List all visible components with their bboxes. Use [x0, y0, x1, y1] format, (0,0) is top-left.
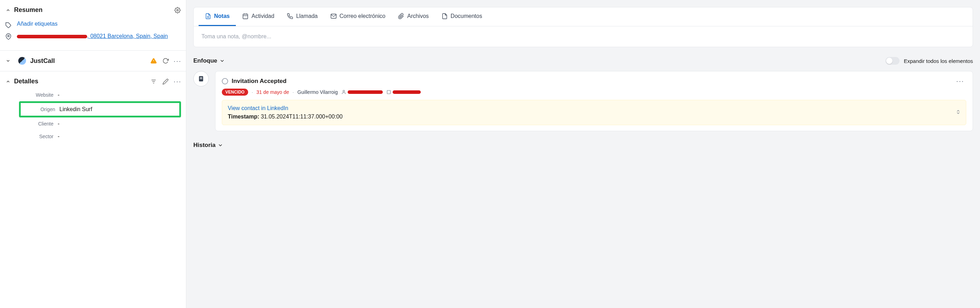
- svg-point-2: [8, 35, 10, 37]
- right-panel: Notas Actividad Llamada Correo electróni…: [186, 0, 980, 308]
- justcall-title: JustCall: [30, 57, 146, 65]
- task-meta: VENCIDO · 31 de mayo de · Guillermo Vila…: [222, 89, 966, 96]
- note-input[interactable]: Toma una nota, @nombre...: [194, 26, 973, 47]
- detail-row-website[interactable]: Website -: [19, 89, 181, 101]
- task-contact-chip[interactable]: [341, 89, 383, 94]
- focus-header: Enfoque Expandir todos los elementos: [193, 57, 973, 65]
- svg-point-0: [177, 9, 178, 11]
- left-panel: Resumen Añadir etiquetas: [0, 0, 186, 308]
- tab-call[interactable]: Llamada: [280, 7, 324, 26]
- tab-call-label: Llamada: [296, 13, 317, 19]
- section-justcall: JustCall ···: [0, 51, 186, 71]
- svg-rect-10: [243, 14, 248, 19]
- tab-email[interactable]: Correo electrónico: [324, 7, 392, 26]
- add-tags-link[interactable]: Añadir etiquetas: [17, 21, 58, 27]
- summary-title: Resumen: [14, 6, 174, 14]
- cliente-label: Cliente: [21, 121, 53, 126]
- redacted-address: [17, 35, 87, 38]
- svg-rect-15: [200, 77, 202, 78]
- details-title: Detalles: [14, 78, 150, 85]
- timeline-item: Invitation Accepted ··· VENCIDO · 31 de …: [193, 71, 973, 131]
- tab-documents[interactable]: Documentos: [435, 7, 488, 26]
- task-complete-radio[interactable]: [222, 78, 228, 85]
- summary-header[interactable]: Resumen: [5, 6, 181, 14]
- task-assignee: Guillermo Vilarroig: [298, 89, 338, 95]
- expand-icon[interactable]: [955, 109, 961, 116]
- task-detail-box: View contact in LinkedIn Timestamp: 31.0…: [222, 100, 966, 125]
- tab-documents-label: Documentos: [451, 13, 482, 19]
- chevron-up-icon: [5, 7, 11, 13]
- svg-point-17: [343, 90, 345, 92]
- edit-icon[interactable]: [162, 78, 169, 85]
- task-date: 31 de mayo de: [256, 89, 289, 95]
- warning-icon: [150, 57, 157, 64]
- task-icon: [193, 71, 209, 86]
- filter-icon[interactable]: [150, 78, 157, 85]
- svg-rect-16: [200, 78, 202, 79]
- refresh-icon[interactable]: [162, 57, 169, 64]
- website-value: -: [58, 92, 59, 98]
- tab-notes-label: Notas: [214, 13, 229, 19]
- expand-all-label: Expandir todos los elementos: [904, 58, 973, 64]
- justcall-logo-icon: [18, 57, 26, 65]
- section-summary: Resumen Añadir etiquetas: [0, 0, 186, 51]
- history-title: Historia: [193, 142, 215, 149]
- expand-all-toggle[interactable]: [885, 57, 899, 65]
- origen-label: Origen: [23, 107, 55, 112]
- task-org-chip[interactable]: [386, 89, 421, 94]
- tab-activity-label: Actividad: [251, 13, 274, 19]
- focus-title: Enfoque: [193, 57, 217, 64]
- sector-label: Sector: [21, 134, 53, 139]
- svg-point-4: [153, 62, 154, 62]
- detail-row-sector[interactable]: Sector -: [19, 130, 181, 143]
- section-details: Detalles ··· Website - Origen: [0, 71, 186, 149]
- address-suffix: , 08021 Barcelona, Spain, Spain: [87, 33, 168, 39]
- tab-files[interactable]: Archivos: [391, 7, 435, 26]
- tag-icon: [5, 21, 12, 29]
- svg-rect-18: [387, 90, 390, 94]
- history-toggle[interactable]: Historia: [193, 142, 973, 149]
- tab-email-label: Correo electrónico: [340, 13, 386, 19]
- more-icon[interactable]: ···: [174, 57, 181, 64]
- gear-icon[interactable]: [174, 7, 181, 14]
- task-card: Invitation Accepted ··· VENCIDO · 31 de …: [215, 71, 973, 131]
- justcall-header[interactable]: JustCall ···: [5, 57, 181, 65]
- timestamp-value: 31.05.2024T11:11:37.000+00:00: [261, 113, 343, 120]
- tab-activity[interactable]: Actividad: [236, 7, 280, 26]
- sector-value: -: [58, 133, 59, 140]
- origen-value: Linkedin Surf: [59, 106, 92, 113]
- chevron-up-icon: [5, 78, 11, 85]
- tab-notes[interactable]: Notas: [199, 7, 236, 26]
- linkedin-link[interactable]: View contact in LinkedIn: [228, 105, 960, 112]
- timestamp-label: Timestamp:: [228, 113, 259, 120]
- tab-files-label: Archivos: [407, 13, 428, 19]
- chevron-down-icon: [5, 57, 11, 64]
- redacted-org: [393, 90, 421, 94]
- cliente-value: -: [58, 121, 59, 127]
- more-icon[interactable]: ···: [174, 78, 181, 85]
- detail-row-origen[interactable]: Origen Linkedin Surf: [19, 101, 181, 117]
- task-more-icon[interactable]: ···: [954, 77, 966, 85]
- focus-toggle[interactable]: Enfoque: [193, 57, 225, 64]
- details-header[interactable]: Detalles ···: [5, 78, 181, 85]
- task-title[interactable]: Invitation Accepted: [232, 78, 950, 85]
- tabs-card: Notas Actividad Llamada Correo electróni…: [193, 7, 973, 47]
- overdue-badge: VENCIDO: [222, 89, 248, 96]
- location-icon: [5, 32, 12, 40]
- tabs: Notas Actividad Llamada Correo electróni…: [194, 7, 973, 26]
- address-link[interactable]: , 08021 Barcelona, Spain, Spain: [17, 32, 168, 40]
- redacted-contact: [348, 90, 383, 94]
- website-label: Website: [21, 92, 53, 98]
- detail-row-cliente[interactable]: Cliente -: [19, 117, 181, 130]
